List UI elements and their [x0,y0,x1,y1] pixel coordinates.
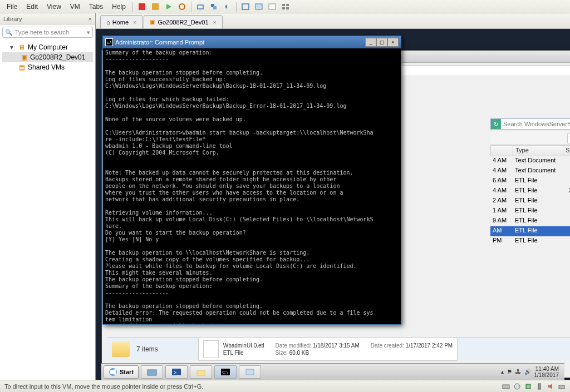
cell-size: 2,230 KB [563,186,570,196]
minimize-button[interactable]: _ [365,38,376,47]
file-list: Type Size 4 AMText Document1 KB4 AMText … [490,145,570,246]
file-row[interactable]: 4 AMETL File2,230 KB [490,186,570,196]
taskbar-powershell[interactable]: >_ [165,365,188,379]
power-on-icon[interactable] [137,2,147,12]
cell-type: ETL File [513,236,563,246]
taskbar-cmd[interactable]: C:\ [214,365,237,379]
col-size[interactable]: Size [563,146,570,156]
taskbar-explorer[interactable] [190,365,212,379]
menu-help[interactable]: Help [107,2,130,12]
file-row[interactable]: AMETL File60 KB [490,226,570,236]
pause-icon[interactable] [150,2,160,12]
cell-type: ETL File [513,226,563,236]
search-placeholder: Type here to search [15,29,69,36]
cmd-title-text: Administrator: Command Prompt [115,39,204,46]
cell-type: Text Document [513,156,563,166]
device-printer-icon[interactable] [558,383,566,390]
start-button[interactable]: Start [104,365,139,379]
svg-rect-22 [503,385,509,389]
svg-text:C:\: C:\ [222,370,228,375]
file-row[interactable]: 2 AMETL File60 KB [490,196,570,206]
col-type[interactable]: Type [513,146,563,156]
cell-type: ETL File [513,186,563,196]
tab-bar: ⌂ Home × ▣ Go2008R2_Dev01 × [96,13,570,29]
svg-rect-11 [286,4,289,6]
explorer-view-toolbar: ☰▾ ▭ ? [490,132,570,145]
svg-rect-7 [242,4,249,9]
cell-time: 6 AM [490,176,513,186]
svg-point-23 [514,384,520,389]
taskbar-clock[interactable]: 11:40 AM 1/18/2017 [534,366,559,378]
tree-label: Go2008R2_Dev01 [30,53,85,61]
tab-home[interactable]: ⌂ Home × [100,15,142,28]
cmd-output[interactable]: Summary of the backup operation: -------… [103,48,401,324]
menu-edit[interactable]: Edit [22,2,42,12]
snapshot-mgr-icon[interactable] [209,2,219,12]
device-sound-icon[interactable] [547,383,554,390]
file-row[interactable]: PMETL File30 KB [490,236,570,246]
menu-vm[interactable]: VM [66,2,85,12]
file-row[interactable]: 6 AMETL File200 KB [490,176,570,186]
items-count: 7 items [136,345,158,353]
close-icon[interactable]: × [213,19,217,26]
library-search[interactable]: 🔍 Type here to search ▾ [2,27,93,38]
svg-rect-1 [152,3,159,10]
menu-view[interactable]: View [42,2,66,12]
close-button[interactable]: × [387,38,399,47]
fullscreen-icon[interactable] [240,2,250,12]
tab-vm[interactable]: ▣ Go2008R2_Dev01 × [144,15,223,28]
vm-guest-screen[interactable]: are -include:C:\!Test\testFile* _ ▢ × ↻ … [96,29,570,380]
revert-icon[interactable] [222,2,232,12]
svg-rect-13 [286,7,289,9]
view-options-icon[interactable]: ☰▾ [567,133,570,143]
chevron-down-icon[interactable]: ▾ [87,29,90,36]
file-list-header[interactable]: Type Size [490,145,570,156]
taskbar-libraries[interactable] [141,365,163,379]
tree-shared-vms[interactable]: ▤ Shared VMs [2,62,93,72]
svg-rect-25 [538,384,540,389]
play-icon[interactable] [164,2,174,12]
file-row[interactable]: 4 AMText Document1 KB [490,156,570,166]
tray-flag-icon[interactable]: ⚑ [507,369,512,375]
cell-time: 9 AM [490,216,513,226]
file-icon [203,340,219,358]
file-row[interactable]: 1 AMETL File20 KB [490,206,570,216]
device-cd-icon[interactable] [513,383,521,390]
snapshot-icon[interactable] [195,2,205,12]
thumb-icon[interactable] [281,2,291,12]
device-usb-icon[interactable] [535,383,543,390]
tree-vm-go2008r2[interactable]: ▣ Go2008R2_Dev01 [2,52,93,62]
menu-file[interactable]: File [2,2,22,12]
cell-time: AM [490,226,513,236]
tray-show-hidden-icon[interactable]: ▴ [501,369,504,375]
file-row[interactable]: 9 AMETL File80 KB [490,216,570,226]
close-icon[interactable]: × [133,19,136,26]
search-input[interactable] [501,121,570,127]
tab-label: Home [112,19,129,26]
restart-icon[interactable] [177,2,187,12]
tray-network-icon[interactable]: 🖧 [515,369,521,375]
start-label: Start [120,369,134,375]
detail-filename: WbadminUI.0.etl [223,343,264,349]
refresh-icon[interactable]: ↻ [491,119,501,129]
detail-size: 60.0 KB [289,350,309,356]
console-icon[interactable] [267,2,277,12]
tray-volume-icon[interactable]: 🔊 [524,369,531,375]
file-row[interactable]: 4 AMText Document1 KB [490,166,570,176]
tree-my-computer[interactable]: ▾ 🖥 My Computer [2,42,93,52]
cell-size: 1 KB [563,156,570,166]
unity-icon[interactable] [254,2,264,12]
command-prompt-window[interactable]: c:\ Administrator: Command Prompt _ ▢ × … [102,36,401,325]
status-message: To direct input to this VM, move the mou… [4,383,203,390]
col-time[interactable] [491,146,513,156]
details-pane: 7 items WbadminUI.0.etl Date modified: 1… [107,338,570,360]
explorer-search[interactable]: ↻ 🔍 [490,118,570,130]
vm-icon: ▣ [20,53,28,61]
cmd-titlebar[interactable]: c:\ Administrator: Command Prompt _ ▢ × [103,36,401,48]
maximize-button[interactable]: ▢ [376,38,387,47]
close-icon[interactable]: × [89,16,92,22]
menu-tabs[interactable]: Tabs [85,2,107,12]
taskbar-server-manager[interactable] [239,365,261,379]
device-hdd-icon[interactable] [502,383,510,390]
device-net-icon[interactable] [524,383,532,390]
